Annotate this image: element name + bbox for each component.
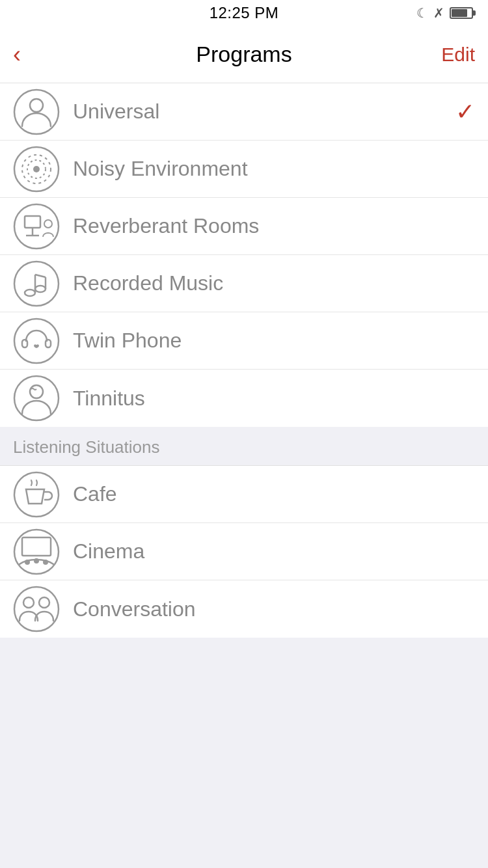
svg-point-15 [35, 286, 46, 292]
battery-icon [450, 7, 475, 19]
reverberant-rooms-icon [13, 203, 60, 250]
item-label: Tinnitus [73, 387, 475, 411]
svg-line-14 [35, 275, 46, 277]
svg-point-11 [14, 262, 59, 306]
bottom-spacer [0, 638, 488, 833]
list-item[interactable]: Recorded Music [0, 255, 488, 312]
svg-point-27 [43, 560, 48, 565]
list-item[interactable]: Universal ✓ [0, 83, 488, 141]
listening-situations-list: Cafe Cinema [0, 466, 488, 638]
svg-point-6 [14, 204, 59, 249]
status-bar: 12:25 PM ☾ ✗ [0, 0, 488, 26]
nav-bar: ‹ Programs Edit [0, 26, 488, 83]
recorded-music-icon [13, 260, 60, 307]
svg-point-10 [44, 220, 52, 228]
svg-point-12 [25, 290, 35, 296]
svg-point-1 [30, 99, 43, 112]
list-item[interactable]: Reverberant Rooms [0, 198, 488, 255]
item-label: Twin Phone [73, 329, 475, 353]
item-label: Recorded Music [73, 271, 475, 295]
conversation-icon [13, 586, 60, 632]
edit-button[interactable]: Edit [441, 44, 475, 66]
svg-point-26 [34, 558, 39, 563]
item-label: Reverberant Rooms [73, 214, 475, 238]
list-item[interactable]: Tinnitus [0, 370, 488, 427]
list-item[interactable]: Cinema [0, 523, 488, 580]
svg-rect-18 [22, 340, 27, 347]
moon-icon: ☾ [416, 5, 428, 21]
svg-point-29 [23, 597, 34, 608]
universal-icon [13, 88, 60, 135]
twin-phone-icon [13, 318, 60, 364]
noisy-environment-icon [13, 146, 60, 193]
svg-rect-7 [25, 216, 40, 228]
svg-point-23 [14, 530, 59, 574]
status-icons: ☾ ✗ [416, 5, 475, 21]
item-label: Noisy Environment [73, 157, 475, 181]
section-header-text: Listening Situations [13, 437, 159, 457]
list-item[interactable]: Cafe [0, 466, 488, 523]
svg-point-28 [14, 587, 59, 631]
check-mark: ✓ [455, 98, 475, 126]
svg-point-30 [39, 597, 49, 608]
back-button[interactable]: ‹ [13, 43, 21, 66]
item-label: Cinema [73, 539, 475, 563]
cafe-icon [13, 471, 60, 518]
status-time: 12:25 PM [210, 4, 279, 22]
item-label: Cafe [73, 482, 475, 506]
list-item[interactable]: Noisy Environment [0, 141, 488, 198]
tinnitus-icon [13, 375, 60, 422]
list-item[interactable]: Twin Phone [0, 312, 488, 370]
svg-rect-19 [46, 340, 51, 347]
svg-point-21 [30, 385, 43, 398]
section-header: Listening Situations [0, 427, 488, 466]
item-label: Conversation [73, 597, 475, 621]
programs-list: Universal ✓ Noisy Environment [0, 83, 488, 427]
svg-point-25 [25, 560, 30, 565]
bluetooth-icon: ✗ [433, 5, 444, 21]
svg-point-17 [14, 319, 59, 363]
cinema-icon [13, 528, 60, 575]
list-item[interactable]: Conversation [0, 580, 488, 638]
svg-rect-24 [22, 537, 51, 556]
svg-point-5 [33, 166, 40, 172]
page-title: Programs [196, 42, 291, 67]
item-label: Universal [73, 100, 455, 124]
